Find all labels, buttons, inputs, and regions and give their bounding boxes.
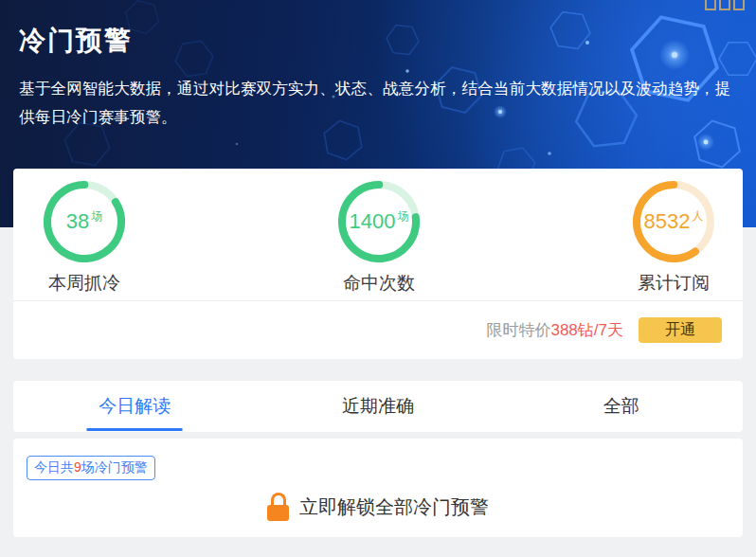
stats-card: 38 场 本周抓冷 1400 场 (13, 169, 743, 359)
content-card: 今日共9场冷门预警 立即解锁全部冷门预警 (13, 439, 743, 537)
tab-all[interactable]: 全部 (499, 381, 743, 432)
today-count-badge: 今日共9场冷门预警 (27, 456, 155, 480)
page-description: 基于全网智能大数据，通过对比赛双方实力、状态、战意分析，结合当前大数据情况以及波… (19, 74, 741, 131)
progress-ring: 1400 场 (338, 181, 420, 262)
lock-icon (267, 493, 289, 521)
stat-number: 8532 (644, 209, 691, 234)
stat-label: 累计订阅 (638, 271, 710, 296)
page: 冷门预警 基于全网智能大数据，通过对比赛双方实力、状态、战意分析，结合当前大数据… (0, 0, 756, 557)
active-tab-underline (87, 428, 183, 431)
stat-subscribers: 8532 人 累计订阅 (612, 181, 735, 300)
tab-recent-accuracy[interactable]: 近期准确 (257, 381, 500, 432)
page-title: 冷门预警 (19, 23, 133, 59)
stat-number: 38 (66, 209, 89, 234)
badge-text: 场冷门预警 (81, 459, 148, 475)
stat-unit: 场 (397, 208, 408, 225)
tab-today-analysis[interactable]: 今日解读 (13, 381, 257, 432)
stat-number: 1400 (350, 209, 396, 234)
badge-text: 今日共 (34, 459, 74, 475)
stat-value: 1400 场 (338, 181, 420, 262)
subscribe-button[interactable]: 开通 (639, 317, 722, 343)
offer-price: 388钻/7天 (550, 319, 623, 341)
stat-unit: 人 (692, 208, 703, 225)
badge-count: 9 (74, 459, 81, 475)
stat-label: 本周抓冷 (48, 271, 120, 296)
tab-label: 全部 (603, 394, 639, 419)
main-column: 38 场 本周抓冷 1400 场 (13, 169, 743, 537)
unlock-button[interactable]: 立即解锁全部冷门预警 (13, 492, 743, 522)
tab-label: 近期准确 (342, 394, 414, 419)
progress-ring: 8532 人 (633, 181, 714, 262)
offer-prefix-label: 限时特价 (486, 319, 550, 341)
stat-weekly-upsets: 38 场 本周抓冷 (23, 181, 146, 300)
stat-unit: 场 (91, 208, 102, 225)
stat-label: 命中次数 (343, 271, 415, 296)
grid-icon[interactable] (705, 0, 745, 10)
stat-value: 38 场 (44, 181, 125, 262)
stat-hit-count: 1400 场 命中次数 (317, 181, 441, 300)
unlock-label: 立即解锁全部冷门预警 (299, 494, 489, 520)
stat-value: 8532 人 (633, 181, 714, 262)
offer-row: 限时特价 388钻/7天 开通 (13, 301, 743, 359)
tab-label: 今日解读 (99, 394, 171, 419)
stats-row: 38 场 本周抓冷 1400 场 (13, 169, 743, 301)
progress-ring: 38 场 (44, 181, 125, 262)
tabs-bar: 今日解读 近期准确 全部 (13, 381, 743, 432)
